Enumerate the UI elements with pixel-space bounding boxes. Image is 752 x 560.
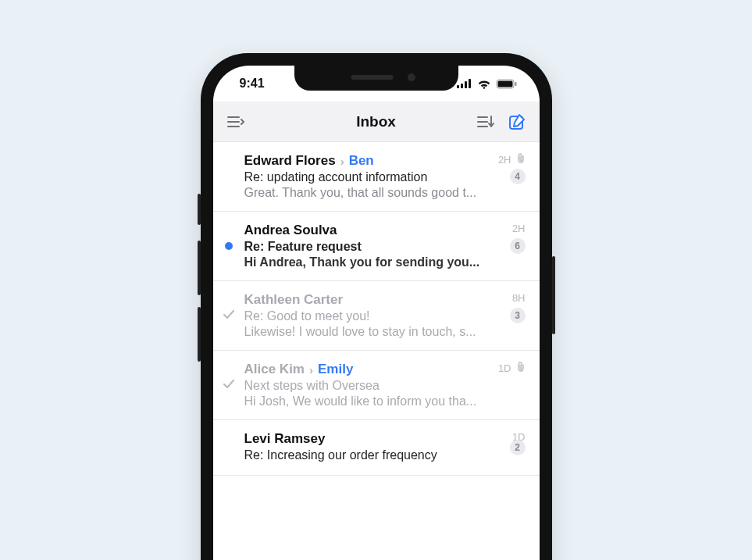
sender-name: Kathleen Carter <box>244 292 344 308</box>
message-row[interactable]: Alice Kim › Emily Next steps with Overse… <box>213 351 540 420</box>
subject-line: Next steps with Oversea <box>244 379 526 393</box>
thread-count: 2 <box>510 440 526 455</box>
wifi-icon <box>477 79 491 89</box>
preview-line: Great. Thank you, that all sounds good t… <box>244 186 526 200</box>
check-icon <box>223 309 234 323</box>
mute-switch <box>198 194 201 225</box>
volume-down <box>198 307 201 362</box>
attachment-icon <box>516 153 526 166</box>
chevron-right-icon: › <box>309 363 313 376</box>
thread-count: 6 <box>510 238 526 254</box>
svg-rect-7 <box>515 82 516 86</box>
thread-count: 4 <box>510 169 526 184</box>
chevron-right-icon: › <box>340 155 344 168</box>
screen: 9:41 <box>213 66 540 560</box>
subject-line: Re: Feature request <box>244 240 526 254</box>
svg-rect-3 <box>469 79 471 88</box>
svg-point-4 <box>483 87 485 89</box>
svg-rect-1 <box>461 84 463 88</box>
message-row[interactable]: Edward Flores › Ben Re: updating account… <box>213 142 540 212</box>
volume-up <box>198 241 201 295</box>
sender-name: Alice Kim <box>244 362 305 377</box>
sender-name: Levi Ramsey <box>244 431 326 447</box>
recipient-name: Ben <box>349 153 374 169</box>
sender-name: Edward Flores <box>244 153 336 169</box>
signal-icon <box>457 79 472 88</box>
message-row[interactable]: Kathleen Carter › Re: Good to meet you! … <box>213 281 540 351</box>
status-right <box>457 79 518 89</box>
svg-rect-0 <box>457 85 459 88</box>
check-icon <box>223 378 234 392</box>
compose-icon[interactable] <box>508 113 526 130</box>
meta: 2H <box>498 153 526 166</box>
preview-line: Hi Andrea, Thank you for sending you... <box>244 255 526 269</box>
message-row[interactable]: Andrea Soulva › Re: Feature request Hi A… <box>213 212 540 281</box>
sender-name: Andrea Soulva <box>244 223 337 238</box>
attachment-icon <box>516 362 526 375</box>
header-bar: Inbox <box>213 102 540 142</box>
unread-dot-icon <box>225 242 233 250</box>
message-list[interactable]: Edward Flores › Ben Re: updating account… <box>213 142 540 560</box>
phone-frame: 9:41 <box>201 53 552 560</box>
subject-line: Re: Good to meet you! <box>244 309 526 323</box>
time-label: 2H <box>498 154 511 166</box>
status-indicator <box>224 311 233 320</box>
svg-rect-2 <box>465 81 467 88</box>
menu-icon[interactable] <box>227 115 244 129</box>
meta: 8H <box>512 292 526 304</box>
status-indicator <box>224 172 233 181</box>
notch <box>294 66 458 91</box>
time-label: 1D <box>498 362 511 374</box>
battery-icon <box>496 79 518 89</box>
svg-rect-6 <box>497 80 512 87</box>
subject-line: Re: Increasing our order frequency <box>244 448 526 462</box>
preview-line: Likewise! I would love to stay in touch,… <box>244 325 526 339</box>
status-indicator <box>224 380 233 390</box>
meta: 1D <box>498 362 526 375</box>
status-indicator <box>224 443 233 452</box>
meta: 2H <box>512 223 526 234</box>
status-time: 9:41 <box>240 77 265 91</box>
time-label: 8H <box>512 292 526 304</box>
subject-line: Re: updating account information <box>244 170 526 184</box>
power-button <box>552 256 555 334</box>
thread-count: 3 <box>510 308 526 323</box>
message-row[interactable]: Levi Ramsey › Re: Increasing our order f… <box>213 420 540 476</box>
status-indicator <box>224 241 233 251</box>
preview-line: Hi Josh, We would like to inform you tha… <box>244 394 526 408</box>
recipient-name: Emily <box>318 362 353 377</box>
sort-icon[interactable] <box>477 115 494 129</box>
time-label: 2H <box>512 223 526 234</box>
